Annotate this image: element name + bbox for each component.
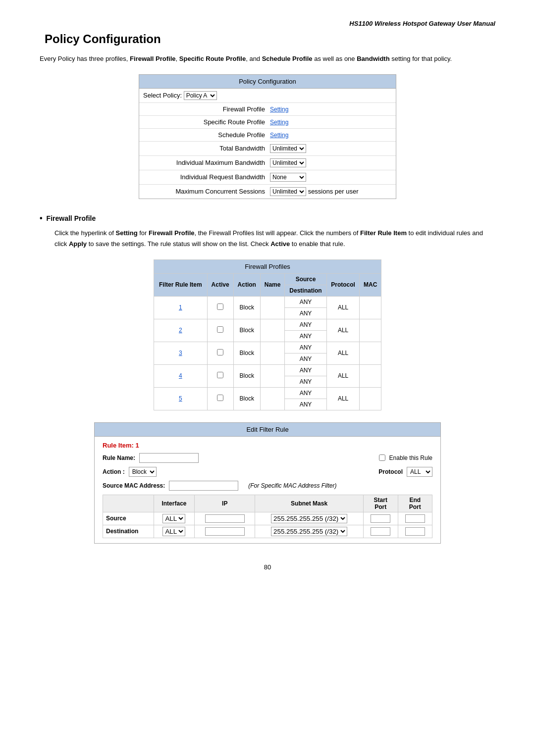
firewall-profile-row: Firewall Profile Setting bbox=[139, 103, 396, 116]
policy-config-title: Policy Configuration bbox=[139, 75, 396, 89]
source-end-port-input[interactable] bbox=[405, 514, 425, 523]
fw-row3-active bbox=[207, 342, 233, 364]
fw-row3-action: Block bbox=[233, 342, 260, 364]
fw-row4-active bbox=[207, 364, 233, 387]
intro-text: Every Policy has three profiles, Firewal… bbox=[40, 54, 495, 64]
fw-bold4: Apply bbox=[69, 240, 87, 248]
fw-row2-link[interactable]: 2 bbox=[179, 327, 182, 334]
dest-end-port-input[interactable] bbox=[405, 527, 425, 536]
fw-row4-mac bbox=[360, 364, 381, 387]
fw-row2-checkbox[interactable] bbox=[217, 326, 223, 333]
fw-row1-dest: ANY bbox=[285, 307, 327, 319]
fw-col-active: Active bbox=[207, 273, 233, 296]
schedule-profile-link[interactable]: Setting bbox=[270, 132, 288, 139]
fw-bold2: Firewall Profile bbox=[149, 229, 194, 237]
fw-col-source: Source bbox=[285, 273, 327, 285]
specific-route-label: Specific Route Profile bbox=[143, 118, 270, 126]
fw-row4-checkbox[interactable] bbox=[217, 372, 223, 378]
fw-row5-link[interactable]: 5 bbox=[179, 395, 182, 402]
source-ip-cell bbox=[195, 512, 255, 525]
source-interface-select[interactable]: ALL bbox=[162, 514, 185, 523]
fw-row4-name bbox=[260, 364, 284, 387]
col-empty bbox=[103, 495, 154, 512]
fw-row3-checkbox[interactable] bbox=[217, 349, 223, 355]
source-mac-label: Source MAC Address: bbox=[103, 482, 165, 489]
fw-row3-name bbox=[260, 342, 284, 364]
specific-route-link[interactable]: Setting bbox=[270, 119, 288, 126]
source-subnet-select[interactable]: 255.255.255.255 (/32) bbox=[271, 514, 347, 523]
edit-filter-wrapper: Edit Filter Rule Rule Item: 1 Rule Name:… bbox=[40, 422, 495, 544]
header-title: HS1100 Wireless Hotspot Gateway User Man… bbox=[349, 20, 495, 27]
fw-col-protocol: Protocol bbox=[326, 273, 360, 296]
specific-route-row: Specific Route Profile Setting bbox=[139, 116, 396, 129]
col-ip: IP bbox=[195, 495, 255, 512]
intro-text-3: , and bbox=[246, 55, 262, 62]
action-select[interactable]: Block Allow bbox=[129, 467, 157, 477]
dest-interface-select[interactable]: ALL bbox=[162, 527, 185, 536]
individual-request-bandwidth-select[interactable]: None Unlimited bbox=[270, 173, 306, 182]
page-header: HS1100 Wireless Hotspot Gateway User Man… bbox=[40, 20, 495, 27]
fw-row2-name bbox=[260, 319, 284, 342]
fw-row2-source: ANY bbox=[285, 319, 327, 330]
select-policy-dropdown[interactable]: Policy A Policy B Policy C bbox=[184, 91, 217, 100]
enable-rule-checkbox[interactable] bbox=[379, 454, 385, 461]
policy-config-wrapper: Policy Configuration Select Policy: Poli… bbox=[40, 74, 495, 199]
schedule-profile-label: Schedule Profile bbox=[143, 131, 270, 139]
fw-row2-active bbox=[207, 319, 233, 342]
action-protocol-row: Action : Block Allow Protocol ALL TCP UD… bbox=[103, 467, 432, 477]
individual-request-bandwidth-row: Individual Request Bandwidth None Unlimi… bbox=[139, 170, 396, 185]
source-mac-note: (For Specific MAC Address Filter) bbox=[248, 482, 336, 489]
total-bandwidth-label: Total Bandwidth bbox=[143, 145, 270, 152]
individual-max-bandwidth-select[interactable]: Unlimited bbox=[270, 158, 306, 167]
fw-row3-dest: ANY bbox=[285, 353, 327, 364]
fw-row3-mac bbox=[360, 342, 381, 364]
fw-row3-protocol: ALL bbox=[326, 342, 360, 364]
schedule-profile-row: Schedule Profile Setting bbox=[139, 129, 396, 142]
edit-filter-body: Rule Item: 1 Rule Name: Enable this Rule… bbox=[95, 437, 440, 543]
schedule-profile-value: Setting bbox=[270, 131, 392, 139]
fw-row1-link[interactable]: 1 bbox=[179, 304, 182, 311]
fw-row4-dest: ANY bbox=[285, 376, 327, 387]
protocol-select[interactable]: ALL TCP UDP bbox=[407, 467, 432, 477]
total-bandwidth-row: Total Bandwidth Unlimited bbox=[139, 142, 396, 156]
page-number: 80 bbox=[40, 563, 495, 571]
fw-row5-checkbox[interactable] bbox=[217, 395, 223, 401]
source-start-port-cell bbox=[364, 512, 398, 525]
rule-name-label: Rule Name: bbox=[103, 454, 135, 461]
max-concurrent-sessions-value: Unlimited sessions per user bbox=[270, 187, 392, 196]
fw-body-text2: for bbox=[138, 229, 149, 237]
fw-row1-active bbox=[207, 296, 233, 319]
dest-subnet-cell: 255.255.255.255 (/32) bbox=[255, 525, 364, 538]
total-bandwidth-select[interactable]: Unlimited bbox=[270, 144, 306, 153]
source-ip-input[interactable] bbox=[205, 514, 245, 523]
fw-row2-protocol: ALL bbox=[326, 319, 360, 342]
fw-row5-active bbox=[207, 387, 233, 410]
col-interface: Interface bbox=[154, 495, 195, 512]
firewall-profile-label: Firewall Profile bbox=[143, 105, 270, 113]
rule-name-input[interactable] bbox=[139, 453, 199, 463]
individual-max-bandwidth-value: Unlimited bbox=[270, 158, 392, 167]
source-mac-input[interactable] bbox=[169, 481, 238, 491]
fw-row5-name bbox=[260, 387, 284, 410]
fw-row5-dest: ANY bbox=[285, 399, 327, 410]
fw-row1-mac bbox=[360, 296, 381, 319]
fw-row3-link[interactable]: 3 bbox=[179, 350, 182, 356]
fw-row1-checkbox[interactable] bbox=[217, 303, 223, 310]
dest-ip-input[interactable] bbox=[205, 527, 245, 536]
dest-row-label: Destination bbox=[103, 525, 154, 538]
rule-name-row: Rule Name: Enable this Rule bbox=[103, 453, 432, 463]
dest-start-port-input[interactable] bbox=[371, 527, 390, 536]
dest-subnet-select[interactable]: 255.255.255.255 (/32) bbox=[271, 527, 347, 536]
max-concurrent-sessions-select[interactable]: Unlimited bbox=[270, 187, 306, 196]
fw-col-mac: MAC bbox=[360, 273, 381, 296]
rule-item-label: Rule Item: bbox=[103, 442, 134, 449]
fw-row3-item: 3 bbox=[154, 342, 208, 364]
source-start-port-input[interactable] bbox=[371, 514, 390, 523]
firewall-section-title: Firewall Profile bbox=[40, 214, 495, 223]
fw-row4-link[interactable]: 4 bbox=[179, 372, 182, 379]
individual-request-bandwidth-label: Individual Request Bandwidth bbox=[143, 173, 270, 181]
fw-row2-action: Block bbox=[233, 319, 260, 342]
fw-body-text6: to enable that rule. bbox=[290, 240, 345, 248]
firewall-profile-link[interactable]: Setting bbox=[270, 106, 288, 113]
total-bandwidth-value: Unlimited bbox=[270, 144, 392, 153]
